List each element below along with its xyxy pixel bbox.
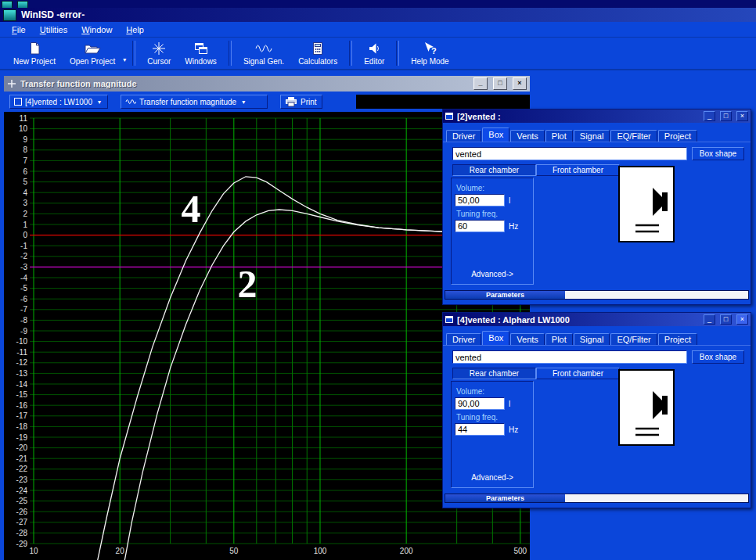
minimize-button[interactable]: _: [704, 314, 715, 325]
maximize-button[interactable]: □: [493, 77, 507, 90]
tab-driver[interactable]: Driver: [446, 130, 481, 142]
tab-signal[interactable]: Signal: [574, 130, 610, 142]
plot-window-title: Transfer function magnitude: [20, 79, 468, 88]
app-titlebar[interactable]: WinISD -error-: [0, 8, 756, 22]
help-mode-button[interactable]: ? Help Mode: [404, 40, 455, 67]
minimize-button[interactable]: _: [473, 77, 488, 90]
tab-box[interactable]: Box: [482, 127, 509, 142]
parameters-caption: Parameters: [445, 291, 565, 299]
svg-text:-1: -1: [20, 242, 27, 250]
calculators-icon: [311, 41, 325, 56]
volume-input[interactable]: [455, 194, 505, 206]
svg-text:3: 3: [23, 199, 27, 207]
box-name-input[interactable]: [452, 147, 687, 160]
menu-file[interactable]: File: [5, 23, 33, 36]
svg-text:-20: -20: [16, 443, 28, 452]
svg-text:2: 2: [23, 210, 27, 218]
tab-vents[interactable]: Vents: [510, 333, 545, 345]
window-titlebar[interactable]: [2]vented : _ □ ×: [443, 109, 751, 123]
svg-text:2: 2: [238, 262, 257, 306]
tab-driver[interactable]: Driver: [446, 333, 481, 345]
tab-bar: Driver Box Vents Plot Signal EQ/Filter P…: [446, 332, 698, 345]
maximize-button[interactable]: □: [720, 111, 732, 121]
maximize-button[interactable]: □: [720, 314, 732, 325]
chevron-down-icon[interactable]: ▾: [123, 56, 126, 63]
windows-button[interactable]: Windows: [178, 40, 224, 67]
open-project-button[interactable]: Open Project ▾: [63, 40, 128, 67]
svg-text:-25: -25: [16, 497, 28, 505]
print-button[interactable]: Print: [280, 95, 322, 109]
box-shape-button[interactable]: Box shape: [692, 147, 744, 160]
graph-type-selector[interactable]: Transfer function magnitude ▾: [121, 95, 268, 109]
editor-button[interactable]: Editor: [357, 40, 391, 67]
tab-plot[interactable]: Plot: [545, 130, 573, 142]
cursor-icon: [152, 41, 166, 56]
new-project-button[interactable]: New Project: [6, 40, 63, 67]
tab-box[interactable]: Box: [482, 331, 509, 345]
chevron-down-icon: ▾: [242, 99, 245, 106]
svg-text:?: ?: [431, 46, 437, 56]
tab-project[interactable]: Project: [658, 130, 697, 142]
tab-plot[interactable]: Plot: [545, 333, 573, 345]
minimize-button[interactable]: _: [704, 111, 715, 121]
svg-text:-3: -3: [20, 263, 27, 271]
svg-text:-5: -5: [20, 284, 27, 293]
close-button[interactable]: ×: [736, 111, 748, 121]
cursor-button[interactable]: Cursor: [140, 40, 178, 67]
advanced-link[interactable]: Advanced->: [452, 270, 533, 278]
editor-icon: [367, 41, 381, 56]
tab-signal[interactable]: Signal: [574, 333, 610, 345]
parameters-bar[interactable]: Parameters: [445, 290, 749, 300]
signal-gen-label: Signal Gen.: [243, 57, 284, 66]
box-name-input[interactable]: [452, 350, 687, 364]
svg-text:1: 1: [23, 221, 27, 229]
toolbar-separator: [396, 41, 399, 66]
svg-text:-15: -15: [16, 390, 28, 399]
menu-help[interactable]: Help: [119, 23, 151, 36]
window-titlebar[interactable]: [4]vented : Alphard LW1000 _ □ ×: [443, 313, 751, 326]
tuning-freq-unit: Hz: [509, 222, 518, 231]
svg-text:-13: -13: [16, 369, 28, 378]
volume-label: Volume:: [456, 387, 530, 396]
calculators-button[interactable]: Calculators: [291, 40, 344, 67]
advanced-link[interactable]: Advanced->: [452, 473, 533, 482]
box-shape-button[interactable]: Box shape: [692, 350, 744, 364]
tab-eq-filter[interactable]: EQ/Filter: [610, 130, 657, 142]
signal-gen-button[interactable]: Signal Gen.: [236, 40, 291, 67]
rear-chamber-tab[interactable]: Rear chamber: [452, 164, 536, 176]
menu-window[interactable]: Window: [74, 23, 119, 36]
front-chamber-tab[interactable]: Front chamber: [536, 368, 620, 379]
windows-label: Windows: [185, 57, 217, 66]
tuning-freq-input[interactable]: [455, 220, 505, 232]
plot-window-titlebar[interactable]: Transfer function magnitude _ □ ×: [4, 76, 530, 92]
window-icon: [445, 316, 453, 323]
svg-text:-4: -4: [20, 274, 27, 282]
svg-text:4: 4: [23, 188, 27, 197]
svg-text:50: 50: [229, 547, 239, 555]
windows-icon: [193, 41, 209, 56]
toolbar: New Project Open Project ▾ Cursor Window…: [0, 38, 756, 70]
svg-text:-29: -29: [16, 540, 28, 548]
parameters-bar[interactable]: Parameters: [445, 494, 749, 503]
chamber-parameters-group: Volume: l Tuning freq. Hz Advanced->: [451, 381, 534, 488]
close-button[interactable]: ×: [736, 314, 748, 325]
front-chamber-tab[interactable]: Front chamber: [536, 164, 620, 176]
tab-eq-filter[interactable]: EQ/Filter: [610, 333, 657, 345]
svg-text:-26: -26: [16, 508, 28, 516]
menu-utilities[interactable]: Utilities: [33, 23, 74, 36]
close-button[interactable]: ×: [513, 77, 527, 90]
svg-text:10: 10: [29, 547, 38, 555]
svg-text:-16: -16: [16, 401, 28, 410]
tab-vents[interactable]: Vents: [510, 130, 545, 142]
app-icon: [3, 9, 16, 21]
volume-input[interactable]: [455, 397, 505, 410]
rear-chamber-tab[interactable]: Rear chamber: [452, 368, 536, 379]
tab-project[interactable]: Project: [658, 333, 697, 345]
svg-text:-27: -27: [16, 518, 28, 526]
open-project-icon: [84, 41, 101, 56]
project-icon: [14, 98, 22, 106]
parameters-track: [565, 291, 748, 299]
project-selector[interactable]: [4]vented : LW1000 ▾: [9, 95, 108, 109]
tuning-freq-input[interactable]: [455, 423, 505, 436]
svg-text:-24: -24: [16, 486, 28, 495]
